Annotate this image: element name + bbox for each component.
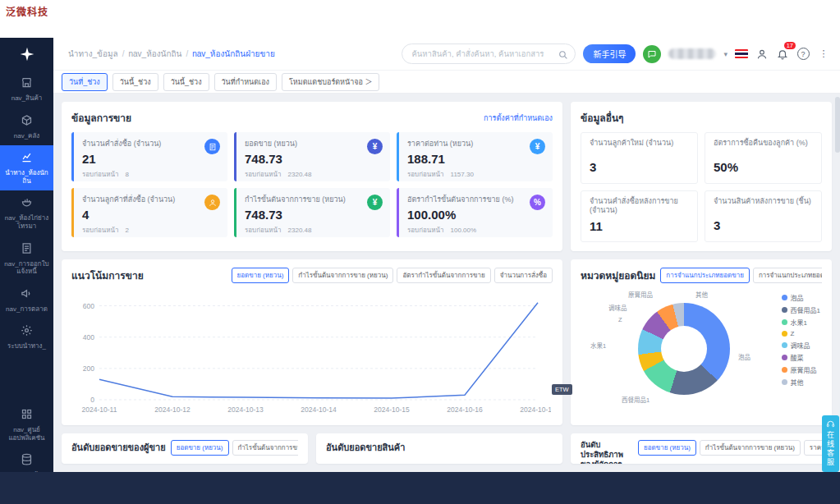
- user-name-blurred[interactable]: [668, 48, 716, 59]
- contacts-icon[interactable]: [755, 48, 769, 61]
- manager-metric-tab[interactable]: ราคาต่อท่าน (หยวน): [804, 440, 822, 456]
- category-donut-chart: 泡品西餐用品1水果1Z调味品酸菜原膏用品其他 原膏用品其他调味品Z水果1西餐用品…: [581, 290, 822, 411]
- legend-item[interactable]: 其他: [782, 378, 820, 387]
- donut-pie: [638, 303, 730, 395]
- legend-item[interactable]: 泡品: [782, 293, 820, 302]
- sidebar-item[interactable]: nav_การตลาด: [0, 282, 53, 319]
- seller-metric-tab[interactable]: กำไรขั้นต้นจากการขาย (หยวน): [232, 440, 299, 456]
- horn-icon: [21, 287, 33, 303]
- trend-metric-tab[interactable]: กำไรขั้นต้นจากการขาย (หยวน): [292, 268, 393, 283]
- sidebar-menu: nav_สินค้าnav_คลังนำทาง_ห้องนักถินnav_ห้…: [0, 71, 53, 472]
- manager-metric-tab[interactable]: ยอดขาย (หยวน): [638, 440, 696, 456]
- date-filter-tab[interactable]: วันที่_ช่วง: [62, 73, 108, 91]
- other-stat-card: จำนวนสินค้าหลังการขาย (ชิ้น)3: [705, 190, 822, 242]
- percent-icon: %: [530, 195, 545, 210]
- other-stat-card: จำนวนคำสั่งซื้อหลังการขาย (จำนวน)11: [581, 190, 698, 242]
- language-flag-icon[interactable]: [735, 49, 748, 58]
- help-icon[interactable]: ?: [796, 48, 810, 61]
- legend-item[interactable]: 原膏用品: [782, 365, 820, 374]
- sidebar-item[interactable]: nav_แหล่งข้อมูล: [0, 447, 53, 472]
- filter-bar: วันที่_ช่วงวันนี้_ช่วงวันนี้_ช่วงวันที่ก…: [53, 71, 840, 94]
- breadcrumb-item[interactable]: nav_ห้องนักถิน: [128, 48, 181, 60]
- legend-item[interactable]: 酸菜: [782, 353, 820, 362]
- legend-item[interactable]: 调味品: [782, 341, 820, 350]
- sales-data-panel: ข้อมูลการขาย การตั้งค่าที่กำหนดเอง จำนวน…: [62, 102, 562, 251]
- donut-callout-label: 调味品: [608, 303, 627, 312]
- trend-metric-tab[interactable]: ยอดขาย (หยวน): [232, 268, 290, 283]
- legend-dot: [782, 307, 787, 313]
- dashboard-mode-button[interactable]: โหมดแดชบอร์ดหน้าจอ ＞: [282, 73, 379, 91]
- stat-card-title: จำนวนคำสั่งซื้อ (จำนวน): [82, 138, 219, 149]
- date-filter-tab[interactable]: วันนี้_ช่วง: [163, 73, 209, 91]
- legend-item[interactable]: 西餐用品1: [782, 305, 820, 314]
- more-icon[interactable]: ⋮: [817, 48, 830, 61]
- notifications-icon[interactable]: 17: [776, 48, 789, 61]
- sidebar-item-label: ระบบนำทาง_: [7, 342, 46, 351]
- etw-badge: ETW: [552, 384, 572, 395]
- stat-card-prev-value: 2320.48: [288, 227, 312, 234]
- guide-button[interactable]: 新手引导: [583, 44, 636, 63]
- sidebar-item[interactable]: nav_ห้องไก่ย่างโทรมา: [0, 190, 53, 236]
- sidebar-item[interactable]: nav_การออกใบแจ้งหนี้: [0, 236, 53, 282]
- manager-ranking-panel: อันดับประสิทธิภาพของผู้จัดการ ยอดขาย (หย…: [571, 433, 832, 464]
- trend-metric-tab[interactable]: อัตรากำไรขั้นต้นจากการขาย: [397, 268, 490, 283]
- search-box[interactable]: [402, 44, 576, 64]
- trend-panel-title: แนวโน้มการขาย: [71, 268, 144, 283]
- sidebar-item[interactable]: nav_ศูนย์แอปพลิเคชัน: [0, 402, 53, 447]
- legend-label: 原膏用品: [791, 365, 817, 374]
- legend-item[interactable]: 水果1: [782, 318, 820, 327]
- sales-trend-panel: แนวโน้มการขาย ยอดขาย (หยวน)กำไรขั้นต้นจา…: [62, 259, 562, 425]
- trend-metric-tab[interactable]: จำนวนการสั่งซื้อ: [494, 268, 553, 283]
- legend-label: 其他: [791, 378, 804, 387]
- manager-metric-tab[interactable]: กำไรขั้นต้นจากการขาย (หยวน): [700, 440, 801, 456]
- support-label: 在线客服: [825, 431, 836, 467]
- breadcrumb-item[interactable]: nav_ห้องนักถินฝ่ายขาย: [192, 48, 275, 60]
- donut-callout-label: 其他: [695, 290, 708, 299]
- svg-text:400: 400: [83, 333, 94, 341]
- svg-text:2024-10-17: 2024-10-17: [520, 405, 551, 414]
- sidebar-item[interactable]: ระบบนำทาง_: [0, 318, 53, 356]
- header-controls: 新手引导 ▾ 17 ? ⋮: [402, 44, 830, 64]
- search-icon[interactable]: [558, 48, 568, 59]
- legend-dot: [782, 331, 787, 337]
- support-float-button[interactable]: 在线客服: [822, 415, 839, 472]
- bowl-icon: [21, 196, 33, 212]
- stat-card: อัตรากำไรขั้นต้นจากการขาย (%)100.00%รอบก…: [397, 188, 553, 237]
- price-per-person-icon: ¥: [530, 139, 545, 154]
- date-filter-tab[interactable]: วันที่กำหนดเอง: [214, 73, 277, 91]
- svg-text:2024-10-12: 2024-10-12: [154, 405, 190, 414]
- question-mark: ?: [797, 48, 810, 60]
- stat-card: จำนวนลูกค้าที่สั่งซื้อ (จำนวน)4รอบก่อนหน…: [71, 188, 227, 237]
- sidebar-item[interactable]: นำทาง_ห้องนักถิน: [0, 145, 53, 190]
- other-data-panel: ข้อมูลอื่นๆ จำนวนลูกค้าใหม่ (จำนวน)3อัตร…: [571, 102, 832, 251]
- breadcrumb-item[interactable]: นำทาง_ข้อมูล: [68, 48, 118, 60]
- legend-dot: [782, 295, 787, 300]
- chevron-down-icon[interactable]: ▾: [723, 50, 728, 58]
- headset-icon: [826, 419, 835, 428]
- manager-tabs: ยอดขาย (หยวน)กำไรขั้นต้นจากการขาย (หยวน)…: [638, 440, 822, 456]
- sidebar-logo-icon[interactable]: [0, 38, 53, 71]
- avatar[interactable]: [643, 45, 661, 63]
- chart-icon: [21, 151, 33, 167]
- seller-metric-tab[interactable]: ยอดขาย (หยวน): [171, 440, 229, 456]
- date-filter-tab[interactable]: วันนี้_ช่วง: [112, 73, 158, 91]
- legend-item[interactable]: Z: [782, 330, 820, 337]
- manager-ranking-title: อันดับประสิทธิภาพของผู้จัดการ: [581, 440, 633, 464]
- legend-label: 西餐用品1: [791, 305, 820, 314]
- other-card-value: 11: [590, 219, 689, 233]
- category-metric-tab[interactable]: การจำแนกประเภทยอด: [753, 268, 822, 283]
- order-icon: [204, 139, 220, 154]
- category-metric-tab[interactable]: การจำแนกประเภทยอดขาย: [660, 268, 750, 283]
- app-logo[interactable]: 泛微科技: [6, 4, 48, 18]
- sidebar-item[interactable]: nav_สินค้า: [0, 71, 53, 108]
- scrollbar[interactable]: [835, 97, 840, 153]
- sidebar-item[interactable]: nav_คลัง: [0, 108, 53, 146]
- donut-callout-label: 原膏用品: [628, 290, 653, 299]
- db-icon: [21, 453, 33, 469]
- legend-dot: [782, 367, 787, 373]
- donut-callout-label: 西餐用品1: [622, 395, 650, 404]
- search-input[interactable]: [402, 44, 576, 64]
- stat-card-prev: รอบก่อนหน้า100.00%: [407, 225, 544, 236]
- stat-card-title: ราคาต่อท่าน (หยวน): [407, 138, 544, 149]
- custom-settings-link[interactable]: การตั้งค่าที่กำหนดเอง: [484, 112, 553, 124]
